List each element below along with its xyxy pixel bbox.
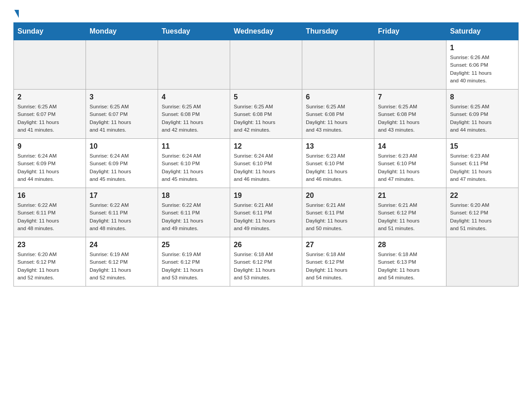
day-number: 3 bbox=[90, 93, 154, 101]
day-number: 13 bbox=[306, 142, 370, 150]
calendar-day-cell: 2Sunrise: 6:25 AM Sunset: 6:07 PM Daylig… bbox=[14, 90, 86, 139]
day-number: 6 bbox=[306, 93, 370, 101]
day-number: 21 bbox=[378, 192, 442, 200]
day-info: Sunrise: 6:25 AM Sunset: 6:07 PM Dayligh… bbox=[17, 103, 82, 134]
day-info: Sunrise: 6:19 AM Sunset: 6:12 PM Dayligh… bbox=[90, 251, 154, 282]
logo bbox=[13, 9, 19, 18]
calendar-day-cell: 4Sunrise: 6:25 AM Sunset: 6:08 PM Daylig… bbox=[158, 90, 230, 139]
day-info: Sunrise: 6:24 AM Sunset: 6:10 PM Dayligh… bbox=[234, 152, 298, 183]
calendar-day-cell: 11Sunrise: 6:24 AM Sunset: 6:10 PM Dayli… bbox=[158, 139, 230, 188]
calendar-day-cell bbox=[14, 40, 86, 90]
calendar-week-row: 2Sunrise: 6:25 AM Sunset: 6:07 PM Daylig… bbox=[14, 90, 519, 139]
logo-triangle-icon bbox=[14, 10, 19, 18]
calendar-day-cell: 5Sunrise: 6:25 AM Sunset: 6:08 PM Daylig… bbox=[230, 90, 302, 139]
day-number: 19 bbox=[234, 192, 298, 200]
weekday-header-row: SundayMondayTuesdayWednesdayThursdayFrid… bbox=[14, 23, 519, 40]
day-info: Sunrise: 6:25 AM Sunset: 6:07 PM Dayligh… bbox=[90, 103, 154, 134]
day-info: Sunrise: 6:20 AM Sunset: 6:12 PM Dayligh… bbox=[17, 251, 82, 282]
day-number: 9 bbox=[17, 142, 82, 150]
day-info: Sunrise: 6:21 AM Sunset: 6:11 PM Dayligh… bbox=[234, 201, 298, 232]
calendar-day-cell: 17Sunrise: 6:22 AM Sunset: 6:11 PM Dayli… bbox=[86, 188, 158, 237]
weekday-header-cell: Thursday bbox=[302, 23, 374, 40]
day-info: Sunrise: 6:19 AM Sunset: 6:12 PM Dayligh… bbox=[162, 251, 226, 282]
calendar-day-cell: 12Sunrise: 6:24 AM Sunset: 6:10 PM Dayli… bbox=[230, 139, 302, 188]
weekday-header-cell: Sunday bbox=[14, 23, 86, 40]
calendar-day-cell: 6Sunrise: 6:25 AM Sunset: 6:08 PM Daylig… bbox=[302, 90, 374, 139]
day-number: 22 bbox=[450, 192, 515, 200]
calendar-day-cell: 20Sunrise: 6:21 AM Sunset: 6:11 PM Dayli… bbox=[302, 188, 374, 237]
day-info: Sunrise: 6:24 AM Sunset: 6:09 PM Dayligh… bbox=[90, 152, 154, 183]
calendar-day-cell: 13Sunrise: 6:23 AM Sunset: 6:10 PM Dayli… bbox=[302, 139, 374, 188]
weekday-header-cell: Wednesday bbox=[230, 23, 302, 40]
day-info: Sunrise: 6:24 AM Sunset: 6:10 PM Dayligh… bbox=[162, 152, 226, 183]
day-number: 14 bbox=[378, 142, 442, 150]
day-number: 24 bbox=[90, 241, 154, 249]
weekday-header-cell: Saturday bbox=[446, 23, 519, 40]
day-info: Sunrise: 6:25 AM Sunset: 6:08 PM Dayligh… bbox=[306, 103, 370, 134]
calendar-week-row: 23Sunrise: 6:20 AM Sunset: 6:12 PM Dayli… bbox=[14, 237, 519, 287]
calendar-day-cell: 8Sunrise: 6:25 AM Sunset: 6:09 PM Daylig… bbox=[446, 90, 519, 139]
weekday-header-cell: Tuesday bbox=[158, 23, 230, 40]
day-number: 23 bbox=[17, 241, 82, 249]
day-number: 1 bbox=[450, 44, 515, 52]
day-number: 2 bbox=[17, 93, 82, 101]
calendar-day-cell: 23Sunrise: 6:20 AM Sunset: 6:12 PM Dayli… bbox=[14, 237, 86, 287]
day-info: Sunrise: 6:18 AM Sunset: 6:12 PM Dayligh… bbox=[306, 251, 370, 282]
calendar-body: 1Sunrise: 6:26 AM Sunset: 6:06 PM Daylig… bbox=[14, 40, 519, 287]
calendar-day-cell: 18Sunrise: 6:22 AM Sunset: 6:11 PM Dayli… bbox=[158, 188, 230, 237]
day-info: Sunrise: 6:25 AM Sunset: 6:08 PM Dayligh… bbox=[162, 103, 226, 134]
day-number: 8 bbox=[450, 93, 515, 101]
day-info: Sunrise: 6:18 AM Sunset: 6:13 PM Dayligh… bbox=[378, 251, 442, 282]
calendar-day-cell bbox=[374, 40, 446, 90]
day-number: 17 bbox=[90, 192, 154, 200]
day-number: 20 bbox=[306, 192, 370, 200]
day-number: 27 bbox=[306, 241, 370, 249]
calendar-day-cell: 14Sunrise: 6:23 AM Sunset: 6:10 PM Dayli… bbox=[374, 139, 446, 188]
day-info: Sunrise: 6:26 AM Sunset: 6:06 PM Dayligh… bbox=[450, 54, 515, 85]
page-header bbox=[13, 9, 519, 18]
day-info: Sunrise: 6:22 AM Sunset: 6:11 PM Dayligh… bbox=[17, 201, 82, 232]
calendar-day-cell: 3Sunrise: 6:25 AM Sunset: 6:07 PM Daylig… bbox=[86, 90, 158, 139]
calendar-day-cell: 26Sunrise: 6:18 AM Sunset: 6:12 PM Dayli… bbox=[230, 237, 302, 287]
day-info: Sunrise: 6:25 AM Sunset: 6:09 PM Dayligh… bbox=[450, 103, 515, 134]
calendar-day-cell: 9Sunrise: 6:24 AM Sunset: 6:09 PM Daylig… bbox=[14, 139, 86, 188]
calendar-day-cell: 19Sunrise: 6:21 AM Sunset: 6:11 PM Dayli… bbox=[230, 188, 302, 237]
day-info: Sunrise: 6:23 AM Sunset: 6:10 PM Dayligh… bbox=[378, 152, 442, 183]
weekday-header-cell: Monday bbox=[86, 23, 158, 40]
day-number: 11 bbox=[162, 142, 226, 150]
calendar-day-cell: 21Sunrise: 6:21 AM Sunset: 6:12 PM Dayli… bbox=[374, 188, 446, 237]
calendar-day-cell: 27Sunrise: 6:18 AM Sunset: 6:12 PM Dayli… bbox=[302, 237, 374, 287]
calendar-day-cell: 1Sunrise: 6:26 AM Sunset: 6:06 PM Daylig… bbox=[446, 40, 519, 90]
day-number: 15 bbox=[450, 142, 515, 150]
day-info: Sunrise: 6:18 AM Sunset: 6:12 PM Dayligh… bbox=[234, 251, 298, 282]
day-info: Sunrise: 6:21 AM Sunset: 6:11 PM Dayligh… bbox=[306, 201, 370, 232]
calendar-day-cell: 10Sunrise: 6:24 AM Sunset: 6:09 PM Dayli… bbox=[86, 139, 158, 188]
day-info: Sunrise: 6:22 AM Sunset: 6:11 PM Dayligh… bbox=[90, 201, 154, 232]
calendar-day-cell: 22Sunrise: 6:20 AM Sunset: 6:12 PM Dayli… bbox=[446, 188, 519, 237]
calendar-day-cell: 28Sunrise: 6:18 AM Sunset: 6:13 PM Dayli… bbox=[374, 237, 446, 287]
day-info: Sunrise: 6:22 AM Sunset: 6:11 PM Dayligh… bbox=[162, 201, 226, 232]
day-number: 7 bbox=[378, 93, 442, 101]
day-info: Sunrise: 6:23 AM Sunset: 6:11 PM Dayligh… bbox=[450, 152, 515, 183]
calendar-week-row: 9Sunrise: 6:24 AM Sunset: 6:09 PM Daylig… bbox=[14, 139, 519, 188]
day-info: Sunrise: 6:25 AM Sunset: 6:08 PM Dayligh… bbox=[234, 103, 298, 134]
day-info: Sunrise: 6:25 AM Sunset: 6:08 PM Dayligh… bbox=[378, 103, 442, 134]
calendar-week-row: 1Sunrise: 6:26 AM Sunset: 6:06 PM Daylig… bbox=[14, 40, 519, 90]
day-number: 4 bbox=[162, 93, 226, 101]
calendar-day-cell: 15Sunrise: 6:23 AM Sunset: 6:11 PM Dayli… bbox=[446, 139, 519, 188]
day-info: Sunrise: 6:21 AM Sunset: 6:12 PM Dayligh… bbox=[378, 201, 442, 232]
calendar-day-cell: 7Sunrise: 6:25 AM Sunset: 6:08 PM Daylig… bbox=[374, 90, 446, 139]
calendar-day-cell bbox=[158, 40, 230, 90]
weekday-header-cell: Friday bbox=[374, 23, 446, 40]
calendar-table: SundayMondayTuesdayWednesdayThursdayFrid… bbox=[13, 22, 519, 287]
day-number: 16 bbox=[17, 192, 82, 200]
calendar-day-cell bbox=[446, 237, 519, 287]
calendar-day-cell: 16Sunrise: 6:22 AM Sunset: 6:11 PM Dayli… bbox=[14, 188, 86, 237]
day-info: Sunrise: 6:20 AM Sunset: 6:12 PM Dayligh… bbox=[450, 201, 515, 232]
day-number: 5 bbox=[234, 93, 298, 101]
day-number: 18 bbox=[162, 192, 226, 200]
day-info: Sunrise: 6:23 AM Sunset: 6:10 PM Dayligh… bbox=[306, 152, 370, 183]
calendar-day-cell bbox=[230, 40, 302, 90]
calendar-day-cell bbox=[302, 40, 374, 90]
calendar-day-cell: 25Sunrise: 6:19 AM Sunset: 6:12 PM Dayli… bbox=[158, 237, 230, 287]
